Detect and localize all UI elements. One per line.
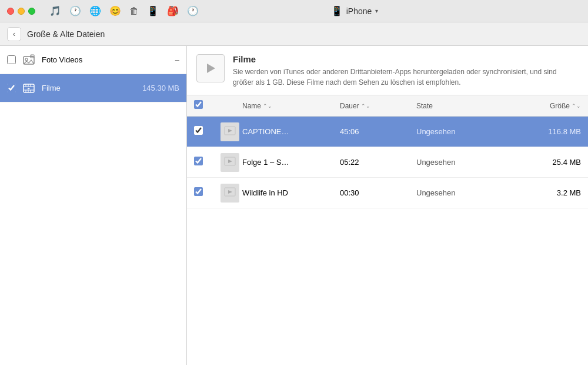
back-icon: ‹ — [13, 29, 15, 38]
row-checkbox-2[interactable] — [194, 187, 203, 196]
globe-icon[interactable]: 🌐 — [89, 5, 101, 16]
history-icon[interactable]: 🕐 — [187, 5, 199, 16]
row-name-2: Wildlife in HD — [242, 188, 340, 197]
info-text: Filme Sie werden von iTunes oder anderen… — [233, 54, 579, 88]
row-dauer-2: 00:30 — [340, 188, 416, 197]
filme-label: Filme — [42, 84, 138, 92]
svg-point-1 — [25, 58, 28, 61]
thumbnail-image-1 — [220, 153, 239, 172]
header-dauer[interactable]: Dauer ⌃⌄ — [340, 102, 416, 110]
minimize-button[interactable] — [18, 8, 25, 15]
row-groesse-1: 25.4 MB — [522, 158, 581, 167]
phone-icon[interactable]: 📱 — [147, 5, 159, 16]
bag-icon[interactable]: 🎒 — [167, 5, 179, 16]
content-area: Filme Sie werden von iTunes oder anderen… — [187, 46, 588, 365]
table-body: CAPTIONE… 45:06 Ungesehen 116.8 MB Folge… — [187, 117, 588, 365]
groesse-sort-icon: ⌃⌄ — [572, 103, 581, 109]
breadcrumb-title: Große & Alte Dateien — [27, 29, 105, 39]
table-header: Name ⌃⌄ Dauer ⌃⌄ State Größe ⌃⌄ — [187, 95, 588, 117]
row-checkbox-cell-0 — [194, 126, 218, 137]
row-checkbox-1[interactable] — [194, 157, 203, 165]
clock-icon[interactable]: 🕐 — [69, 5, 81, 16]
thumbnail-image-2 — [220, 184, 239, 203]
chevron-down-icon: ▾ — [375, 8, 378, 14]
row-groesse-2: 3.2 MB — [522, 188, 581, 197]
thumbnail-image-0 — [220, 122, 239, 141]
title-bar: 🎵 🕐 🌐 😊 🗑 📱 🎒 🕐 📱 iPhone ▾ — [0, 0, 588, 22]
iphone-icon: 📱 — [331, 5, 343, 16]
foto-videos-icon — [21, 52, 37, 68]
header-checkbox-cell — [194, 100, 218, 111]
info-title: Filme — [233, 54, 579, 64]
trash-icon[interactable]: 🗑 — [129, 6, 139, 16]
main-layout: Foto Videos – Filme — [0, 46, 588, 365]
filme-checkbox[interactable] — [7, 84, 16, 92]
filme-icon — [21, 80, 37, 97]
music-icon[interactable]: 🎵 — [49, 5, 61, 16]
row-checkbox-cell-1 — [194, 157, 218, 168]
foto-videos-size: – — [175, 55, 179, 64]
device-name: iPhone — [346, 6, 372, 16]
foto-videos-label: Foto Videos — [42, 55, 171, 64]
info-description: Sie werden von iTunes oder anderen Dritt… — [233, 67, 579, 88]
sidebar-item-filme[interactable]: Filme 145.30 MB — [0, 74, 186, 102]
header-state[interactable]: State — [416, 102, 522, 110]
row-name-1: Folge 1 – S… — [242, 158, 340, 167]
row-thumbnail-2 — [218, 184, 242, 203]
back-button[interactable]: ‹ — [7, 27, 21, 41]
filme-detail-icon — [196, 54, 225, 82]
row-groesse-0: 116.8 MB — [522, 127, 581, 136]
row-thumbnail-0 — [218, 122, 242, 141]
breadcrumb-bar: ‹ Große & Alte Dateien — [0, 22, 588, 46]
filme-size: 145.30 MB — [142, 84, 179, 92]
emoji-icon[interactable]: 😊 — [109, 5, 121, 16]
row-state-0: Ungesehen — [416, 127, 522, 136]
info-header: Filme Sie werden von iTunes oder anderen… — [187, 46, 588, 95]
svg-marker-14 — [207, 64, 215, 73]
close-button[interactable] — [7, 8, 14, 15]
row-checkbox-0[interactable] — [194, 126, 203, 135]
row-dauer-1: 05:22 — [340, 158, 416, 167]
table-row[interactable]: CAPTIONE… 45:06 Ungesehen 116.8 MB — [187, 117, 588, 147]
maximize-button[interactable] — [28, 8, 35, 15]
row-state-1: Ungesehen — [416, 158, 522, 167]
sidebar-item-foto-videos[interactable]: Foto Videos – — [0, 46, 186, 74]
foto-videos-checkbox[interactable] — [7, 55, 16, 64]
row-state-2: Ungesehen — [416, 188, 522, 197]
table-row[interactable]: Wildlife in HD 00:30 Ungesehen 3.2 MB — [187, 178, 588, 208]
row-thumbnail-1 — [218, 153, 242, 172]
header-groesse[interactable]: Größe ⌃⌄ — [522, 102, 581, 110]
row-checkbox-cell-2 — [194, 187, 218, 198]
svg-marker-13 — [28, 88, 30, 89]
traffic-lights — [7, 8, 35, 15]
name-sort-icon: ⌃⌄ — [263, 103, 272, 109]
header-name[interactable]: Name ⌃⌄ — [242, 102, 340, 110]
sidebar: Foto Videos – Filme — [0, 46, 187, 365]
row-dauer-0: 45:06 — [340, 127, 416, 136]
device-title[interactable]: 📱 iPhone ▾ — [331, 5, 379, 16]
toolbar-icons: 🎵 🕐 🌐 😊 🗑 📱 🎒 🕐 — [49, 5, 199, 16]
select-all-checkbox[interactable] — [194, 100, 203, 109]
table-row[interactable]: Folge 1 – S… 05:22 Ungesehen 25.4 MB — [187, 147, 588, 178]
dauer-sort-icon: ⌃⌄ — [361, 103, 370, 109]
title-bar-left: 🎵 🕐 🌐 😊 🗑 📱 🎒 🕐 — [7, 5, 199, 16]
row-name-0: CAPTIONE… — [242, 127, 340, 136]
